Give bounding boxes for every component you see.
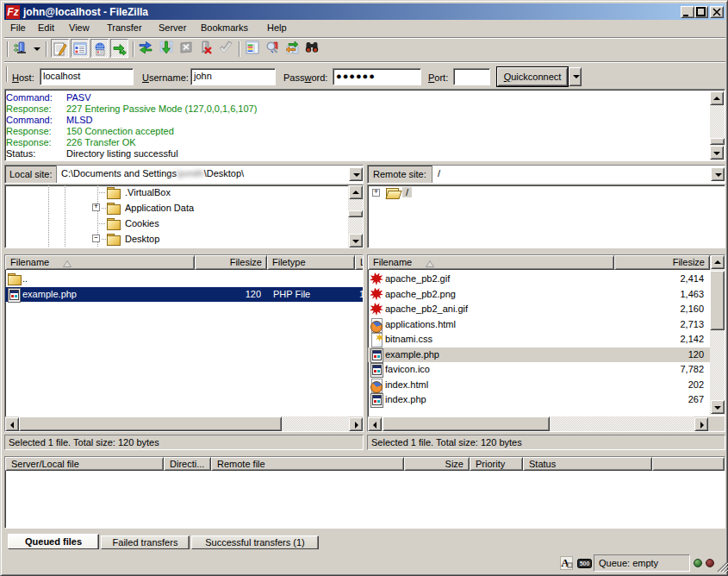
svg-text:500: 500 bbox=[580, 560, 590, 567]
